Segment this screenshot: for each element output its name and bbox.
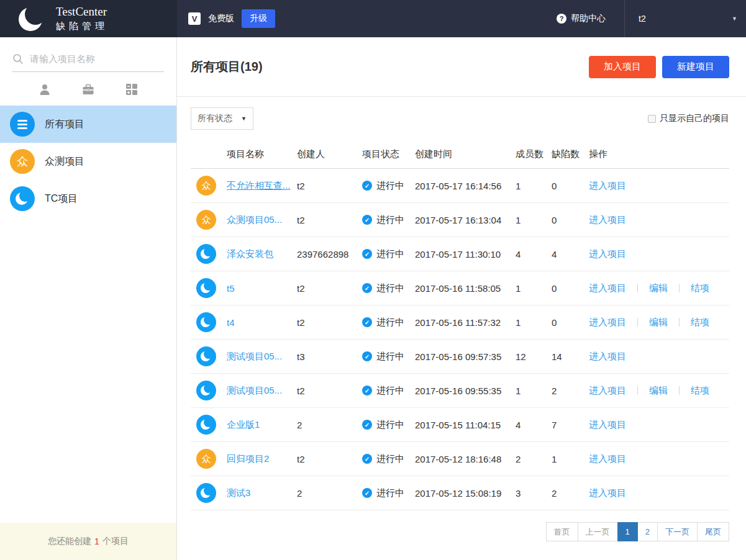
table-row: 众不允许相互查...t2✓进行中2017-05-17 16:14:5610进入项… [191, 169, 729, 203]
table-row: t4t2✓进行中2017-05-16 11:57:3210进入项目编辑结项 [191, 305, 729, 340]
created-time-cell: 2017-05-17 16:14:56 [415, 181, 516, 191]
sidebar-item-crowd-projects[interactable]: 众 众测项目 [0, 143, 176, 180]
project-icon-cell [191, 244, 227, 264]
list-icon [10, 112, 35, 137]
defects-count-cell: 0 [552, 283, 589, 294]
version-area: V 免费版 升级 [177, 9, 557, 28]
enter-project-link[interactable]: 进入项目 [589, 487, 626, 499]
tc-icon [10, 186, 35, 211]
edit-project-link[interactable]: 编辑 [649, 317, 668, 328]
members-count-cell: 4 [516, 249, 552, 260]
defects-count-cell: 7 [552, 420, 589, 430]
enter-project-link[interactable]: 进入项目 [589, 453, 626, 465]
search-input[interactable] [30, 53, 164, 64]
project-name-link[interactable]: 不允许相互查... [227, 180, 291, 191]
enter-project-link[interactable]: 进入项目 [589, 248, 626, 260]
quota-suffix: 个项目 [102, 536, 129, 547]
tc-project-icon [196, 483, 216, 503]
sidebar-item-label: TC项目 [45, 192, 78, 205]
status-filter-select[interactable]: 所有状态 ▼ [191, 107, 253, 130]
search-icon [12, 53, 24, 65]
only-mine-filter[interactable]: 只显示自己的项目 [648, 113, 729, 124]
creator-cell: t2 [297, 181, 362, 191]
user-menu[interactable]: t2 ▼ [624, 0, 746, 37]
close-project-link[interactable]: 结项 [691, 282, 709, 294]
last-page-button[interactable]: 尾页 [697, 522, 729, 541]
crowd-project-icon: 众 [196, 176, 216, 196]
modules-icon[interactable] [125, 83, 138, 96]
status-label: 进行中 [376, 180, 404, 192]
next-page-button[interactable]: 下一页 [657, 522, 698, 541]
prev-page-button[interactable]: 上一页 [578, 522, 618, 541]
help-center-link[interactable]: ? 帮助中心 [557, 13, 606, 24]
status-cell: ✓进行中 [362, 351, 415, 363]
status-cell: ✓进行中 [362, 487, 415, 499]
enter-project-link[interactable]: 进入项目 [589, 282, 626, 294]
status-check-icon: ✓ [362, 215, 372, 225]
column-header: 创建时间 [415, 148, 516, 160]
brand-title: TestCenter [56, 4, 108, 19]
edit-project-link[interactable]: 编辑 [649, 282, 668, 294]
page-1-button[interactable]: 1 [617, 522, 638, 541]
edit-project-link[interactable]: 编辑 [649, 385, 668, 397]
status-label: 进行中 [376, 282, 404, 294]
column-header: 操作 [589, 148, 729, 160]
table-row: 企业版12✓进行中2017-05-15 11:04:1547进入项目 [191, 408, 729, 442]
status-label: 进行中 [376, 487, 404, 499]
sidebar-item-tc-projects[interactable]: TC项目 [0, 180, 176, 217]
project-name-link[interactable]: 测试项目05... [227, 385, 282, 395]
project-icon-cell: 众 [191, 210, 227, 230]
project-name-link[interactable]: 企业版1 [227, 419, 260, 430]
status-check-icon: ✓ [362, 317, 372, 327]
created-time-cell: 2017-05-17 16:13:04 [415, 215, 516, 225]
page-2-button[interactable]: 2 [637, 522, 658, 541]
project-name-link[interactable]: t5 [227, 283, 235, 294]
project-name-link[interactable]: 众测项目05... [227, 214, 282, 225]
briefcase-icon[interactable] [82, 83, 94, 96]
project-name-link[interactable]: 回归项目2 [227, 453, 269, 464]
creator-cell: 2 [297, 488, 362, 499]
project-name-link[interactable]: 测试3 [227, 487, 250, 498]
table-row: 测试项目05...t2✓进行中2017-05-16 09:55:3512进入项目… [191, 374, 729, 408]
create-project-button[interactable]: 新建项目 [662, 56, 729, 78]
project-name-link[interactable]: t4 [227, 317, 235, 328]
enter-project-link[interactable]: 进入项目 [589, 385, 626, 397]
column-header: 缺陷数 [552, 148, 589, 160]
project-name-link[interactable]: 测试项目05... [227, 351, 282, 361]
creator-cell: 2397662898 [297, 249, 362, 260]
tc-project-icon [196, 244, 216, 264]
column-header: 项目名称 [227, 148, 297, 160]
close-project-link[interactable]: 结项 [691, 317, 709, 328]
project-name-link[interactable]: 泽众安装包 [227, 248, 273, 259]
members-count-cell: 3 [516, 488, 552, 499]
first-page-button[interactable]: 首页 [546, 522, 578, 541]
help-center-label: 帮助中心 [571, 13, 606, 24]
quota-prefix: 您还能创建 [48, 536, 91, 547]
enter-project-link[interactable]: 进入项目 [589, 351, 626, 363]
enter-project-link[interactable]: 进入项目 [589, 317, 626, 328]
project-icon-cell [191, 381, 227, 400]
status-cell: ✓进行中 [362, 317, 415, 328]
enter-project-link[interactable]: 进入项目 [589, 214, 626, 226]
checkbox-icon[interactable] [648, 115, 656, 123]
brand-subtitle: 缺陷管理 [56, 19, 108, 33]
sidebar-item-all-projects[interactable]: 所有项目 [0, 106, 176, 143]
upgrade-button[interactable]: 升级 [242, 9, 275, 28]
pagination: 首页上一页12下一页尾页 [191, 522, 729, 541]
project-icon-cell [191, 415, 227, 435]
members-count-cell: 4 [516, 420, 552, 430]
close-project-link[interactable]: 结项 [691, 385, 709, 397]
status-label: 进行中 [376, 351, 404, 363]
enter-project-link[interactable]: 进入项目 [589, 419, 626, 431]
creator-cell: t2 [297, 283, 362, 294]
actions-cell: 进入项目编辑结项 [589, 282, 729, 294]
created-time-cell: 2017-05-16 11:58:05 [415, 283, 516, 294]
question-mark-icon: ? [557, 14, 566, 24]
enter-project-link[interactable]: 进入项目 [589, 180, 626, 192]
crowd-project-icon: 众 [196, 210, 216, 230]
creator-cell: t2 [297, 215, 362, 225]
join-project-button[interactable]: 加入项目 [589, 56, 656, 78]
logo-block: TestCenter 缺陷管理 [0, 0, 177, 37]
member-icon[interactable] [39, 83, 51, 96]
members-count-cell: 1 [516, 283, 552, 294]
